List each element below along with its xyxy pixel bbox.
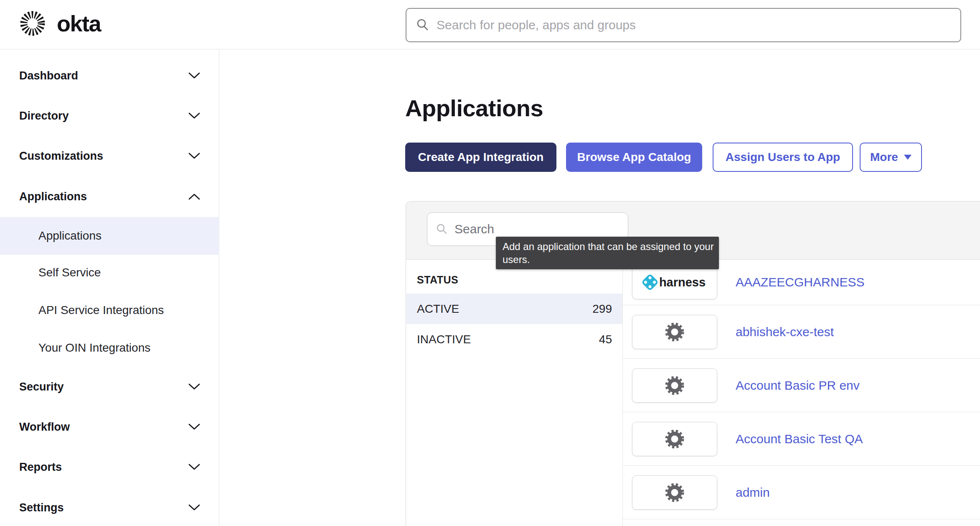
chevron-down-icon — [188, 463, 201, 471]
sidebar-subitem-your-oin-integrations[interactable]: Your OIN Integrations — [0, 329, 219, 367]
sidebar-subitem-api-service-integrations[interactable]: API Service Integrations — [0, 291, 219, 329]
gear-icon — [663, 481, 686, 504]
top-header: okta — [0, 0, 980, 49]
sidebar-item-applications[interactable]: Applications — [0, 185, 219, 208]
global-search-input[interactable] — [437, 18, 951, 32]
sidebar-subitem-applications[interactable]: Applications — [0, 217, 219, 255]
page-title: Applications — [405, 94, 543, 122]
chevron-up-icon — [188, 193, 201, 200]
chevron-down-icon — [188, 504, 201, 511]
chevron-down-icon — [188, 72, 201, 79]
app-row: Account Basic PR env — [623, 359, 980, 412]
search-icon — [416, 18, 430, 32]
app-row: Account Basic Test QA — [623, 412, 980, 466]
chevron-down-icon — [188, 112, 201, 120]
app-row: abhishek-cxe-test — [623, 305, 980, 359]
app-icon-tile[interactable]: harness — [632, 265, 717, 299]
app-link[interactable]: AAAZEECGHARNESS — [736, 275, 864, 289]
sidebar-nav: Dashboard Directory Customizations Appli… — [0, 49, 219, 526]
global-search-bar[interactable] — [406, 8, 961, 42]
app-link[interactable]: Account Basic PR env — [736, 378, 860, 393]
status-filter-active[interactable]: ACTIVE 299 — [406, 294, 622, 324]
app-icon-tile[interactable] — [632, 315, 717, 349]
gear-icon — [663, 321, 686, 343]
harness-logo-icon: harness — [644, 276, 706, 289]
sidebar-item-workflow[interactable]: Workflow — [0, 415, 219, 439]
assign-users-to-app-button[interactable]: Assign Users to App — [713, 143, 853, 172]
okta-starburst-icon — [19, 10, 46, 37]
more-dropdown-button[interactable]: More — [860, 143, 922, 172]
sidebar-item-reports[interactable]: Reports — [0, 455, 219, 479]
tooltip: Add an application that can be assigned … — [496, 237, 719, 269]
sidebar-item-settings[interactable]: Settings — [0, 496, 219, 519]
app-icon-tile[interactable] — [632, 475, 717, 510]
active-count: 299 — [592, 302, 612, 316]
caret-down-icon — [904, 155, 911, 160]
okta-logo[interactable]: okta — [19, 10, 101, 37]
create-app-integration-button[interactable]: Create App Integration — [405, 143, 556, 172]
chevron-down-icon — [188, 423, 201, 431]
sidebar-item-directory[interactable]: Directory — [0, 104, 219, 128]
sidebar-item-customizations[interactable]: Customizations — [0, 144, 219, 168]
app-icon-tile[interactable] — [632, 422, 717, 456]
inactive-count: 45 — [599, 333, 612, 346]
browse-app-catalog-button[interactable]: Browse App Catalog — [566, 143, 702, 172]
tooltip-text-line2: users. — [503, 253, 712, 266]
okta-admin-page: okta Dashboard Directory Customizations … — [0, 0, 980, 526]
sidebar-subitem-self-service[interactable]: Self Service — [0, 254, 219, 291]
status-filter-header: STATUS — [417, 274, 458, 286]
search-icon — [436, 223, 448, 235]
apps-search-input[interactable] — [454, 222, 619, 236]
app-link[interactable]: Account Basic Test QA — [736, 432, 863, 446]
app-row: admin — [623, 466, 980, 519]
sidebar-item-dashboard[interactable]: Dashboard — [0, 64, 219, 87]
gear-icon — [663, 428, 686, 450]
okta-wordmark: okta — [57, 10, 101, 36]
chevron-down-icon — [188, 383, 201, 391]
app-link[interactable]: abhishek-cxe-test — [736, 325, 834, 339]
tooltip-text-line1: Add an application that can be assigned … — [503, 240, 712, 253]
gear-icon — [663, 374, 686, 397]
app-link[interactable]: admin — [736, 485, 770, 500]
sidebar-item-security[interactable]: Security — [0, 375, 219, 398]
app-icon-tile[interactable] — [632, 368, 717, 403]
status-filter-inactive[interactable]: INACTIVE 45 — [406, 324, 622, 355]
chevron-down-icon — [188, 152, 201, 160]
